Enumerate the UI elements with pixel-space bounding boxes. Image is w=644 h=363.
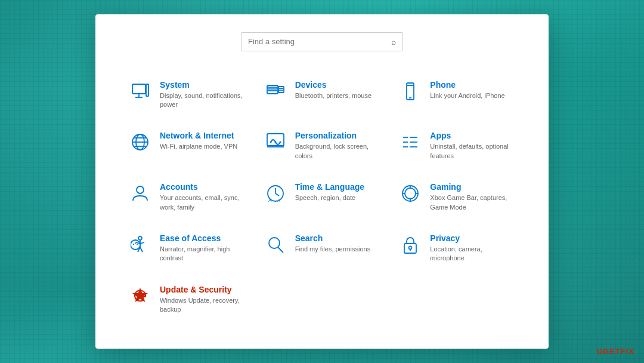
- watermark-brand: UGET: [597, 347, 621, 356]
- settings-window: ⌕ System Display, sound, notifications, …: [95, 14, 549, 349]
- svg-point-43: [131, 240, 140, 250]
- search-setting-title: Search: [295, 233, 371, 243]
- search-icon: ⌕: [391, 37, 396, 47]
- accounts-icon: [129, 182, 151, 205]
- search-setting-text: Search Find my files, permissions: [295, 233, 371, 254]
- setting-item-search[interactable]: Search Find my files, permissions: [255, 223, 390, 274]
- devices-text: Devices Bluetooth, printers, mouse: [295, 80, 371, 100]
- time-subtitle: Speech, region, date: [295, 193, 364, 202]
- time-title: Time & Language: [295, 182, 364, 192]
- setting-item-apps[interactable]: Apps Uninstall, defaults, optional featu…: [389, 120, 525, 171]
- privacy-icon: [399, 233, 422, 256]
- setting-item-accounts[interactable]: Accounts Your accounts, email, sync, wor…: [119, 171, 255, 223]
- personalization-subtitle: Background, lock screen, colors: [295, 142, 380, 161]
- privacy-title: Privacy: [430, 233, 515, 243]
- setting-item-devices[interactable]: Devices Bluetooth, printers, mouse: [255, 69, 390, 121]
- svg-rect-19: [267, 134, 284, 146]
- update-title: Update & Security: [160, 285, 245, 294]
- gaming-title: Gaming: [430, 182, 515, 192]
- privacy-text: Privacy Location, camera, microphone: [430, 233, 515, 263]
- svg-point-37: [405, 188, 416, 199]
- system-subtitle: Display, sound, notifications, power: [160, 91, 245, 110]
- setting-item-time[interactable]: A A Time & Language Speech, region, date: [255, 171, 390, 223]
- search-input[interactable]: [248, 37, 391, 46]
- network-title: Network & Internet: [160, 131, 237, 140]
- setting-item-gaming[interactable]: Gaming Xbox Game Bar, captures, Game Mod…: [389, 171, 525, 223]
- apps-icon: [399, 131, 422, 153]
- svg-rect-0: [132, 84, 145, 94]
- update-text: Update & Security Windows Update, recove…: [160, 285, 245, 315]
- svg-rect-5: [278, 87, 284, 93]
- accounts-subtitle: Your accounts, email, sync, work, family: [160, 193, 245, 212]
- svg-rect-46: [404, 244, 416, 253]
- phone-subtitle: Link your Android, iPhone: [430, 91, 504, 100]
- devices-icon: [264, 80, 287, 103]
- devices-subtitle: Bluetooth, printers, mouse: [295, 91, 371, 100]
- devices-title: Devices: [295, 80, 371, 90]
- personalization-text: Personalization Background, lock screen,…: [295, 131, 380, 161]
- phone-text: Phone Link your Android, iPhone: [430, 80, 504, 100]
- svg-point-42: [138, 236, 142, 240]
- gaming-text: Gaming Xbox Game Bar, captures, Game Mod…: [430, 182, 515, 212]
- setting-item-network[interactable]: Network & Internet Wi-Fi, airplane mode,…: [119, 120, 255, 171]
- svg-line-33: [275, 193, 279, 196]
- search-setting-icon: [264, 233, 287, 256]
- ease-icon: [129, 233, 151, 256]
- time-icon: A A: [264, 182, 287, 205]
- setting-item-system[interactable]: System Display, sound, notifications, po…: [119, 69, 255, 121]
- system-title: System: [160, 80, 245, 90]
- svg-point-47: [409, 246, 412, 249]
- phone-icon: [399, 80, 422, 103]
- setting-item-privacy[interactable]: Privacy Location, camera, microphone: [389, 223, 525, 274]
- settings-grid: System Display, sound, notifications, po…: [119, 69, 525, 325]
- apps-title: Apps: [430, 131, 515, 140]
- svg-text:A: A: [268, 198, 272, 203]
- setting-item-ease[interactable]: Ease of Access Narrator, magnifier, high…: [119, 223, 255, 274]
- svg-point-21: [270, 141, 271, 143]
- svg-text:A: A: [277, 199, 280, 202]
- network-text: Network & Internet Wi-Fi, airplane mode,…: [160, 131, 237, 151]
- update-icon: [129, 285, 151, 307]
- phone-title: Phone: [430, 80, 504, 90]
- svg-point-22: [274, 141, 276, 143]
- system-text: System Display, sound, notifications, po…: [160, 80, 245, 110]
- ease-subtitle: Narrator, magnifier, high contrast: [160, 245, 245, 263]
- setting-item-update[interactable]: Update & Security Windows Update, recove…: [119, 274, 255, 325]
- setting-item-personalization[interactable]: Personalization Background, lock screen,…: [255, 120, 390, 171]
- personalization-title: Personalization: [295, 131, 380, 140]
- setting-item-phone[interactable]: Phone Link your Android, iPhone: [389, 69, 525, 121]
- ease-title: Ease of Access: [160, 233, 245, 243]
- accounts-text: Accounts Your accounts, email, sync, wor…: [160, 182, 245, 212]
- svg-line-45: [278, 247, 283, 253]
- svg-point-44: [269, 238, 280, 248]
- watermark: UGETFIX: [597, 347, 634, 356]
- svg-point-30: [137, 186, 144, 193]
- network-subtitle: Wi-Fi, airplane mode, VPN: [160, 142, 237, 151]
- gaming-subtitle: Xbox Game Bar, captures, Game Mode: [430, 193, 515, 212]
- system-icon: [129, 80, 151, 103]
- search-setting-subtitle: Find my files, permissions: [295, 245, 371, 254]
- watermark-accent: FIX: [621, 347, 634, 356]
- time-text: Time & Language Speech, region, date: [295, 182, 364, 202]
- svg-point-23: [279, 141, 281, 143]
- search-bar-container: ⌕: [119, 32, 525, 51]
- accounts-title: Accounts: [160, 182, 245, 192]
- update-subtitle: Windows Update, recovery, backup: [160, 296, 245, 315]
- personalization-icon: [264, 131, 287, 153]
- apps-text: Apps Uninstall, defaults, optional featu…: [430, 131, 515, 161]
- privacy-subtitle: Location, camera, microphone: [430, 245, 515, 263]
- svg-rect-3: [146, 84, 148, 96]
- network-icon: [129, 131, 151, 153]
- search-bar[interactable]: ⌕: [242, 32, 402, 51]
- apps-subtitle: Uninstall, defaults, optional features: [430, 142, 515, 161]
- gaming-icon: [399, 182, 422, 205]
- ease-text: Ease of Access Narrator, magnifier, high…: [160, 233, 245, 263]
